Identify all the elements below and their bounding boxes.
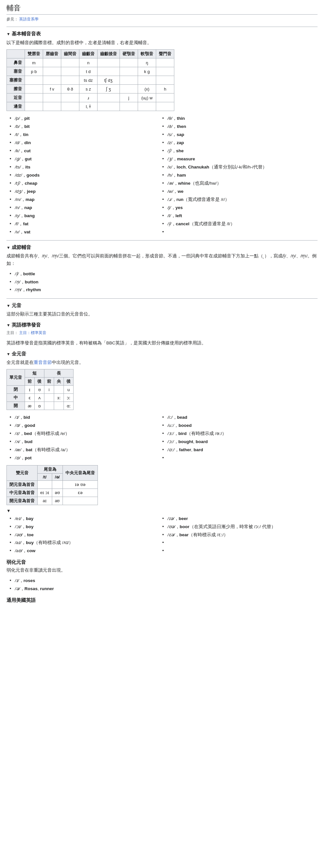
cell: ʊ [35,385,44,394]
th-central-long: 央 [54,377,64,385]
list-item: /x/，loch, Chanukah（通常分別以/-k/和/h-/代替） [165,164,318,171]
list-item: /æ/，bat（有時標示成 /a/） [12,446,165,454]
cell: m [25,58,43,67]
list-item [165,547,318,555]
table-row: 開元音為首音 aɪ aʊ [7,497,98,505]
list-item: /p/，pit [12,115,165,122]
section-full-vowel-header: 全元音 [6,351,318,357]
th-labiodental: 唇齒音 [43,50,61,58]
cell [138,102,156,111]
table-row: 閉 ɪ ʊ i u [7,385,74,394]
see-also-link[interactable]: 英語音系學 [19,17,39,22]
list-item: /ɪ/，bid [12,414,165,421]
toggle-basic[interactable] [6,32,10,36]
page-title: 輔音 [6,3,318,14]
row-nasal: 鼻音 [7,58,25,67]
syllabic-list: /l̩/，bottle /n̩/，button /m̩/，rhythm [12,270,318,294]
list-item: /z/，zap [165,139,318,147]
row-affricate: 塞擦音 [7,76,25,85]
toggle-full-vowel[interactable] [6,352,10,356]
toggle-syllabic[interactable] [6,245,10,250]
section-weak-title: 弱化元音 [6,559,318,565]
monophthong-list: /ɪ/，bid /iː/，bead /ʊ/，good /uː/，booed /ɛ… [12,414,318,462]
toggle-standard[interactable] [6,323,10,328]
th-front-long: 前 [44,377,54,385]
cell: l, ɫ [79,102,98,111]
list-item: /ə/，Rosas, runner [12,585,318,593]
list-item: /ʃ/，she [165,147,318,155]
cell: ɜː [54,394,64,402]
syllabic-desc: 成節輔音共有/l̩/、/n̩/、/m̩/三個。它們也可以與前面的輔音拼在一起，形… [6,252,318,268]
list-item: /k/，cut [12,147,165,155]
list-item: /ɹ/，run（寬式標音通常是 /r/） [165,196,318,204]
th-glottal: 聲門音 [156,50,174,58]
cell: tʃ dʒ [98,76,120,85]
list-item: /ʊ/，good [12,422,165,430]
th-short: 短 [25,369,44,377]
list-item: /h/，ham [165,172,318,179]
cell: ɛə [63,489,98,497]
cell [120,85,138,93]
table-header-empty [7,50,25,58]
stressed-syllable-link[interactable]: 重音音節 [34,360,52,365]
th-ending-sound: 尾音為 [38,465,63,473]
th-palatal: 硬顎音 [120,50,138,58]
cell [98,102,120,111]
row-open-onset: 開元音為首音 [7,497,38,505]
standard-desc: 英語標準發音是指英國的標準英音，有時被稱為「BBC英語」，是英國大部分傳媒使用的… [6,340,318,347]
standard-see-also-link[interactable]: 主目：標準英音 [19,331,46,335]
cell [120,67,138,76]
th-long: 長 [44,369,74,377]
list-item: /ð/，then [165,123,318,130]
cell: ʃ ʒ [98,85,120,93]
list-item: /ɜː/，bird（有時標示成 /əː/） [165,430,318,438]
cell: ɪ [25,385,35,394]
list-item: /ɑː/，father, bard [165,446,318,454]
list-item: /ŋ/，bang [12,212,165,220]
list-item: /əʊ/，toe [12,531,165,539]
list-item: /ɛ/，bed（有時標示成 /e/） [12,430,165,438]
th-t-ending: /t/ [38,473,52,480]
cell [43,76,61,85]
cell: eɪ ɔɪ [38,489,52,497]
cell [43,93,61,102]
th-monophthong: 單元音 [7,369,25,385]
list-item: /ɪə/，beer [165,515,318,523]
cell [156,67,174,76]
cell: θ ð [61,85,79,93]
diphthong-table: 雙元音 尾音為 中央元音為尾音 /t/ /ə/ 閉元音為首音 ɪə ʊə 中元音… [6,465,98,505]
list-item: /f/，fat [12,220,165,228]
ipa-consonant-table: 雙唇音 唇齒音 齒間音 齒齦音 齒齦後音 硬顎音 軟顎音 聲門音 鼻音 m n … [6,49,174,111]
list-item [165,228,318,236]
toggle-vowel[interactable] [6,304,10,308]
cell: (ɰ) w [138,93,156,102]
row-mid-onset: 中元音為首音 [7,489,38,497]
list-item: /m/，map [12,196,165,204]
table-row: 近音 ɹ j (ɰ) w [7,93,174,102]
list-item: /l/，left [165,212,318,220]
cell [43,58,61,67]
cell [38,480,52,489]
cell [63,497,98,505]
row-stop: 塞音 [7,67,25,76]
th-alveolar: 齒齦音 [79,50,98,58]
table-row: 閉元音為首音 ɪə ʊə [7,480,98,489]
list-item: /ɛə/，bear（有時標示成 /ɛː/） [165,531,318,539]
list-item: /v/，vat [12,228,165,236]
cell [54,385,64,394]
full-vowel-desc: 全元音就是在重音音節中出現的元音。 [6,359,318,367]
cell [98,93,120,102]
list-item: /ʌ/，bud [12,438,165,446]
th-dental: 齒間音 [61,50,79,58]
table-row: 中元音為首音 eɪ ɔɪ əʊ ɛə [7,489,98,497]
th-postalveolar: 齒齦後音 [98,50,120,58]
cell [61,67,79,76]
list-item: /ɔː/，bought, board [165,438,318,446]
list-item [165,539,318,547]
list-item: /ɪ/，roses [12,577,318,585]
list-item: /ts/，its [12,164,165,171]
cell: j [120,93,138,102]
cell [61,58,79,67]
list-item: /s/，sap [165,131,318,138]
list-item: /b/，bit [12,123,165,130]
